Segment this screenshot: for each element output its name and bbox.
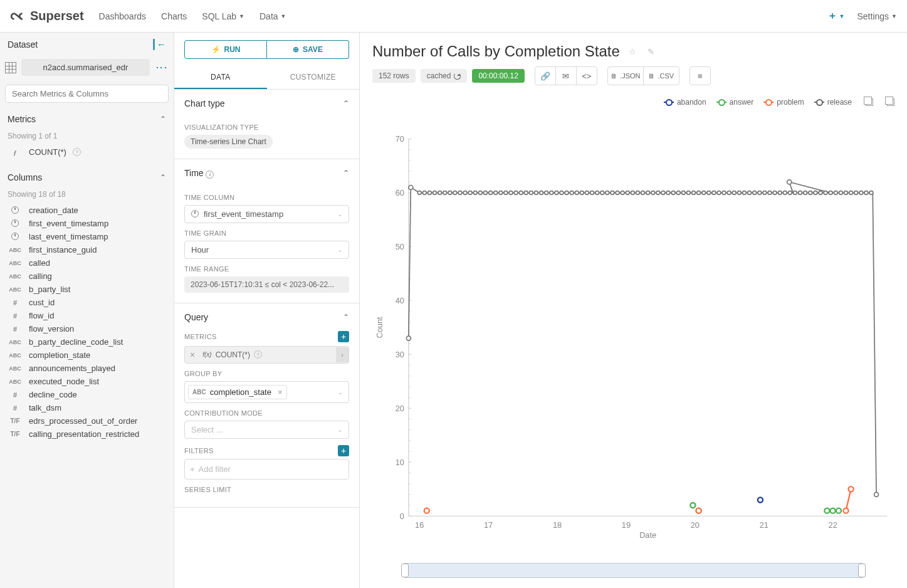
svg-point-71	[458, 191, 462, 195]
column-item[interactable]: last_event_timestamp	[8, 230, 166, 243]
file-icon: 🗎	[648, 72, 655, 80]
column-item[interactable]: ABCcalling	[8, 270, 166, 283]
svg-text:20: 20	[691, 520, 700, 530]
column-item[interactable]: #talk_dsm	[8, 401, 166, 414]
column-type-icon: T/F	[8, 417, 23, 424]
plus-circle-icon: ⊕	[293, 45, 299, 54]
time-column-select[interactable]: first_event_timestamp⌄	[184, 205, 349, 223]
columns-section-header[interactable]: Columns⌃	[0, 167, 174, 187]
copy-icon[interactable]	[866, 98, 873, 106]
legend-release[interactable]: release	[814, 98, 852, 107]
tab-data[interactable]: DATA	[174, 66, 267, 89]
nav-settings[interactable]: Settings▼	[857, 11, 897, 21]
nav-sqllab[interactable]: SQL Lab▼	[202, 11, 244, 21]
column-list: creation_datefirst_event_timestamplast_e…	[0, 204, 174, 441]
add-button[interactable]: ＋▼	[827, 9, 845, 23]
time-brush[interactable]	[404, 563, 863, 578]
column-label: flow_version	[29, 324, 74, 333]
copy-icon[interactable]	[887, 98, 894, 106]
legend-abandon[interactable]: abandon	[664, 98, 706, 107]
search-metrics-columns[interactable]	[5, 85, 169, 103]
viz-type-pill[interactable]: Time-series Line Chart	[184, 135, 273, 149]
column-item[interactable]: creation_date	[8, 204, 166, 217]
metrics-section-header[interactable]: Metrics⌃	[0, 109, 174, 129]
edit-icon[interactable]: ✎	[645, 45, 658, 58]
svg-text:60: 60	[396, 188, 404, 197]
column-item[interactable]: first_event_timestamp	[8, 217, 166, 230]
svg-text:16: 16	[415, 520, 424, 530]
favorite-icon[interactable]: ☆	[626, 45, 639, 58]
menu-icon[interactable]: ≡	[689, 66, 711, 85]
add-filter-link[interactable]: +Add filter	[190, 465, 343, 474]
metric-item[interactable]: ƒ COUNT(*) ?	[8, 145, 166, 159]
time-range-pill[interactable]: 2023-06-15T17:10:31 ≤ col < 2023-06-22..…	[184, 276, 349, 293]
svg-text:20: 20	[396, 404, 404, 413]
chart-type-header[interactable]: Chart type⌃	[174, 90, 359, 117]
column-item[interactable]: ABCcalled	[8, 256, 166, 270]
legend-marker-icon	[763, 102, 773, 103]
email-icon[interactable]: ✉	[555, 66, 577, 85]
nav-charts[interactable]: Charts	[161, 11, 187, 21]
chevron-up-icon: ⌃	[343, 313, 349, 322]
svg-point-132	[768, 191, 772, 195]
add-metric-button[interactable]: +	[338, 331, 349, 342]
column-label: called	[29, 258, 50, 268]
column-item[interactable]: #decline_code	[8, 388, 166, 401]
file-icon: 🗎	[611, 72, 617, 80]
contribution-mode-select[interactable]: Select ...⌄	[184, 421, 349, 439]
add-filter-button[interactable]: +	[338, 445, 349, 456]
dataset-name-pill[interactable]: n2acd.summarised_edr	[21, 59, 150, 76]
svg-point-161	[758, 497, 763, 502]
column-item[interactable]: T/Fedrs_processed_out_of_order	[8, 414, 166, 428]
svg-point-167	[849, 486, 854, 491]
bolt-icon: ⚡	[211, 45, 221, 54]
column-item[interactable]: T/Fcalling_presentation_restricted	[8, 428, 166, 441]
groupby-select[interactable]: ABCcompletion_state× ⌄	[184, 381, 349, 403]
metric-label: COUNT(*)	[29, 147, 66, 157]
expand-metric-icon[interactable]: ›	[336, 347, 349, 362]
column-item[interactable]: #cust_id	[8, 296, 166, 309]
remove-groupby-icon[interactable]: ×	[278, 387, 283, 397]
export-csv-button[interactable]: 🗎.CSV	[643, 66, 679, 85]
svg-point-166	[843, 508, 848, 513]
metrics-label: METRICS	[184, 333, 217, 340]
metric-chip[interactable]: × f(x)COUNT(*)? ›	[184, 346, 349, 364]
column-item[interactable]: ABCexecuted_node_list	[8, 375, 166, 388]
column-type-icon: ABC	[8, 379, 23, 385]
search-input[interactable]	[12, 89, 162, 98]
column-item[interactable]: ABCcompletion_state	[8, 349, 166, 362]
svg-point-63	[417, 191, 421, 195]
save-button[interactable]: ⊕SAVE	[267, 40, 349, 59]
column-item[interactable]: #flow_id	[8, 309, 166, 322]
embed-icon[interactable]: <>	[576, 66, 597, 85]
caret-down-icon: ▼	[839, 13, 845, 19]
dataset-more-icon[interactable]: ⋮	[155, 62, 169, 73]
remove-metric-icon[interactable]: ×	[185, 350, 200, 360]
svg-text:18: 18	[553, 520, 562, 530]
link-icon[interactable]: 🔗	[535, 66, 556, 85]
column-item[interactable]: ABCfirst_instance_guid	[8, 243, 166, 256]
column-item[interactable]: #flow_version	[8, 322, 166, 335]
tab-customize[interactable]: CUSTOMIZE	[267, 66, 360, 89]
column-item[interactable]: ABCannouncements_played	[8, 362, 166, 375]
nav-data[interactable]: Data▼	[260, 11, 286, 21]
svg-point-141	[814, 191, 817, 195]
export-json-button[interactable]: 🗎.JSON	[607, 66, 644, 85]
filter-box[interactable]: +Add filter	[184, 459, 349, 480]
nav-dashboards[interactable]: Dashboards	[99, 11, 147, 21]
run-button[interactable]: ⚡RUN	[184, 40, 267, 59]
column-item[interactable]: ABCb_party_decline_code_list	[8, 335, 166, 349]
collapse-sidebar-icon[interactable]: ┃←	[151, 39, 166, 50]
caret-down-icon: ⌄	[337, 426, 342, 433]
query-header[interactable]: Query⌃	[174, 303, 359, 331]
chart-canvas[interactable]: 01020304050607016171819202122DateCount	[372, 113, 894, 557]
time-header[interactable]: Time i⌃	[174, 159, 359, 187]
column-item[interactable]: ABCb_party_list	[8, 283, 166, 296]
time-grain-select[interactable]: Hour⌄	[184, 241, 349, 259]
cached-pill[interactable]: cached	[421, 69, 468, 83]
svg-point-91	[560, 191, 564, 195]
svg-point-122	[717, 191, 721, 195]
legend-problem[interactable]: problem	[763, 98, 804, 107]
svg-point-118	[697, 191, 701, 195]
legend-answer[interactable]: answer	[716, 98, 754, 107]
